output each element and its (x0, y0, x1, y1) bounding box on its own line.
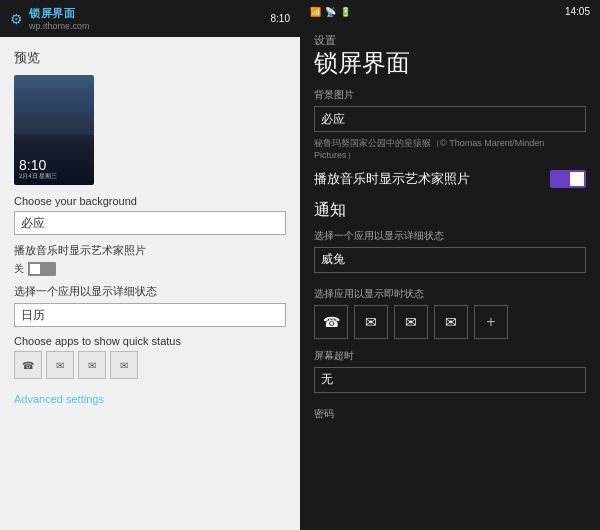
r-quick-icon-row: ☎ ✉ ✉ ✉ + (314, 305, 586, 339)
r-detail-status-label: 选择一个应用以显示详细状态 (314, 229, 586, 243)
page-title: 锁屏界面 (314, 50, 586, 76)
preview-label: 预览 (14, 49, 286, 67)
r-password-label: 密码 (314, 407, 586, 421)
left-panel: ⚙ 锁屏界面 wp.ithome.com 8:10 预览 8:10 2月4日 星… (0, 0, 300, 530)
music-toggle-text: 关 (14, 262, 24, 276)
r-timeout-section: 屏幕超时 (314, 349, 586, 399)
r-toggle-thumb (570, 172, 584, 186)
page-label: 设置 (314, 33, 586, 48)
music-label: 播放音乐时显示艺术家照片 (14, 243, 286, 258)
r-slideshow-row: 播放音乐时显示艺术家照片 (314, 170, 586, 188)
r-background-label: 背景图片 (314, 88, 586, 102)
left-header: ⚙ 锁屏界面 wp.ithome.com 8:10 (0, 0, 300, 37)
detail-status-input[interactable] (14, 303, 286, 327)
gear-icon: ⚙ (10, 11, 23, 27)
preview-overlay: 8:10 2月4日 星期三 (14, 154, 94, 185)
right-content: 设置 锁屏界面 背景图片 秘鲁玛努国家公园中的皇猿猴（© Thomas Mare… (300, 23, 600, 530)
r-detail-status-section: 选择一个应用以显示详细状态 (314, 229, 586, 279)
r-detail-status-input[interactable] (314, 247, 586, 273)
r-slideshow-label: 播放音乐时显示艺术家照片 (314, 170, 470, 188)
quick-icon-0[interactable]: ☎ (14, 351, 42, 379)
left-header-time: 8:10 (271, 13, 290, 24)
preview-box: 8:10 2月4日 星期三 (14, 75, 94, 185)
right-panel: 📶 📡 🔋 14:05 设置 锁屏界面 背景图片 秘鲁玛努国家公园中的皇猿猴（©… (300, 0, 600, 530)
advanced-settings-link[interactable]: Advanced settings (14, 393, 104, 405)
quick-icon-1[interactable]: ✉ (46, 351, 74, 379)
r-quick-icon-3[interactable]: ✉ (434, 305, 468, 339)
signal-icon: 📶 (310, 7, 321, 17)
quick-status-icons: ☎ ✉ ✉ ✉ (14, 351, 286, 379)
detail-status-label: 选择一个应用以显示详细状态 (14, 284, 286, 299)
quick-icon-3[interactable]: ✉ (110, 351, 138, 379)
preview-fog (14, 75, 94, 135)
preview-date: 2月4日 星期三 (19, 172, 89, 181)
r-timeout-input[interactable] (314, 367, 586, 393)
music-toggle-row: 关 (14, 262, 286, 276)
r-quick-status-label: 选择应用以显示即时状态 (314, 287, 586, 301)
background-label: Choose your background (14, 195, 286, 207)
left-title: 锁屏界面 (29, 6, 90, 21)
left-subtitle: wp.ithome.com (29, 21, 90, 31)
background-input[interactable] (14, 211, 286, 235)
preview-time: 8:10 (19, 158, 89, 172)
r-quick-status-section: 选择应用以显示即时状态 ☎ ✉ ✉ ✉ + (314, 287, 586, 339)
left-content: 预览 8:10 2月4日 星期三 Choose your background … (0, 37, 300, 530)
battery-icon: 🔋 (340, 7, 351, 17)
r-quick-icon-add[interactable]: + (474, 305, 508, 339)
wifi-icon: 📡 (325, 7, 336, 17)
quick-icon-2[interactable]: ✉ (78, 351, 106, 379)
background-section: 背景图片 秘鲁玛努国家公园中的皇猿猴（© Thomas Marent/Minde… (314, 88, 586, 161)
right-header: 📶 📡 🔋 14:05 (300, 0, 600, 23)
r-quick-icon-1[interactable]: ✉ (354, 305, 388, 339)
r-toggle-track[interactable] (550, 170, 586, 188)
notifications-section-header: 通知 (314, 200, 586, 221)
left-logo: ⚙ 锁屏界面 wp.ithome.com (10, 6, 90, 31)
r-quick-icon-2[interactable]: ✉ (394, 305, 428, 339)
r-background-input[interactable] (314, 106, 586, 132)
r-timeout-label: 屏幕超时 (314, 349, 586, 363)
r-quick-icon-0[interactable]: ☎ (314, 305, 348, 339)
r-photo-caption: 秘鲁玛努国家公园中的皇猿猴（© Thomas Marent/Minden Pic… (314, 138, 586, 161)
quick-status-label: Choose apps to show quick status (14, 335, 286, 347)
r-password-section: 密码 (314, 407, 586, 421)
right-header-time: 14:05 (565, 6, 590, 17)
music-toggle-group: 关 (14, 262, 56, 276)
right-header-icons: 📶 📡 🔋 (310, 7, 351, 17)
music-toggle-track[interactable] (28, 262, 56, 276)
music-toggle-thumb (30, 264, 40, 274)
